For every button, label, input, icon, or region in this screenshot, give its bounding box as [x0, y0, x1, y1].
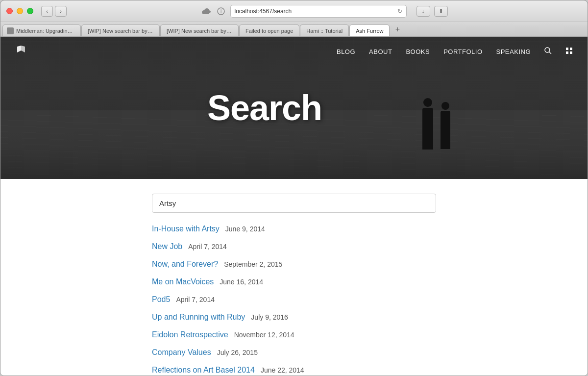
tab-failed[interactable]: Failed to open page: [239, 25, 299, 36]
tab-wip1[interactable]: [WIP] New search bar by ashfurro...: [81, 25, 160, 36]
result-link-0[interactable]: In-House with Artsy: [152, 225, 220, 233]
search-section: In-House with Artsy June 9, 2014 New Job…: [0, 179, 588, 376]
tab-label: [WIP] New search bar by ashfurro...: [167, 28, 232, 34]
forward-button[interactable]: ›: [55, 6, 67, 17]
result-date-6: November 12, 2014: [234, 331, 294, 339]
result-date-5: July 9, 2016: [251, 313, 288, 321]
info-icon: i: [216, 6, 226, 17]
result-date-0: June 9, 2014: [225, 225, 265, 233]
nav-books[interactable]: BOOKS: [406, 48, 430, 55]
result-item: In-House with Artsy June 9, 2014: [152, 225, 436, 233]
result-link-8[interactable]: Reflections on Art Basel 2014: [152, 366, 255, 375]
download-icon[interactable]: ↓: [416, 6, 430, 17]
result-date-2: September 2, 2015: [224, 260, 282, 268]
figure-1: [422, 98, 433, 150]
result-item: Eidolon Retrospective November 12, 2014: [152, 330, 436, 339]
svg-rect-6: [566, 51, 568, 54]
result-item: New Job April 7, 2014: [152, 242, 436, 251]
result-link-1[interactable]: New Job: [152, 242, 182, 251]
search-input-container: [152, 194, 436, 213]
result-date-1: April 7, 2014: [188, 243, 227, 251]
window-actions: ↓ ⬆: [416, 6, 448, 17]
result-link-2[interactable]: Now, and Forever?: [152, 260, 218, 269]
result-date-8: June 22, 2014: [261, 366, 304, 374]
nav-blog[interactable]: BLOG: [337, 48, 355, 55]
address-text: localhost:4567/search: [235, 8, 292, 15]
nav-speaking[interactable]: SPEAKING: [496, 48, 531, 55]
browser-window: ‹ › i localhost:4567/search ↻ ↓ ⬆ Middle…: [0, 0, 588, 376]
refresh-icon[interactable]: ↻: [397, 8, 402, 15]
address-bar-area: i localhost:4567/search ↻ ↓ ⬆: [67, 5, 582, 18]
search-input[interactable]: [152, 194, 436, 213]
tab-middleman[interactable]: Middleman: Upgrading to v4: [2, 25, 81, 36]
title-bar: ‹ › i localhost:4567/search ↻ ↓ ⬆: [0, 0, 588, 22]
tab-label: Hami :: Tutorial: [306, 28, 343, 34]
maximize-button[interactable]: [27, 8, 33, 14]
result-date-3: June 16, 2014: [220, 278, 263, 286]
result-item: Me on MacVoices June 16, 2014: [152, 277, 436, 286]
share-icon[interactable]: ⬆: [434, 6, 448, 17]
svg-rect-7: [570, 51, 572, 54]
site-logo: [15, 45, 27, 59]
svg-rect-4: [566, 48, 568, 50]
close-button[interactable]: [6, 8, 13, 14]
result-date-7: July 26, 2015: [217, 349, 258, 356]
nav-portfolio[interactable]: PORTFOLIO: [443, 48, 482, 55]
result-link-5[interactable]: Up and Running with Ruby: [152, 313, 245, 322]
result-link-3[interactable]: Me on MacVoices: [152, 277, 214, 286]
result-item: Company Values July 26, 2015: [152, 348, 436, 357]
svg-point-2: [545, 48, 550, 52]
svg-rect-5: [570, 48, 572, 50]
minimize-button[interactable]: [17, 8, 23, 14]
tab-favicon: [7, 27, 14, 34]
grid-icon[interactable]: [565, 47, 573, 56]
nav-about[interactable]: ABOUT: [369, 48, 392, 55]
tab-hami[interactable]: Hami :: Tutorial: [300, 25, 349, 36]
search-results: In-House with Artsy June 9, 2014 New Job…: [152, 225, 436, 376]
result-link-7[interactable]: Company Values: [152, 348, 211, 357]
result-link-4[interactable]: Pod5: [152, 295, 170, 304]
hero-figures: [422, 98, 450, 150]
svg-text:i: i: [220, 9, 221, 14]
tab-label: [WIP] New search bar by ashfurro...: [88, 28, 153, 34]
site-nav: BLOG ABOUT BOOKS PORTFOLIO SPEAKING: [0, 37, 588, 66]
result-item: Pod5 April 7, 2014: [152, 295, 436, 304]
cloud-icon: [201, 6, 212, 17]
browser-nav-buttons: ‹ ›: [41, 6, 67, 17]
tab-label: Ash Furrow: [356, 28, 383, 34]
result-item: Now, and Forever? September 2, 2015: [152, 260, 436, 269]
result-link-6[interactable]: Eidolon Retrospective: [152, 330, 228, 339]
tab-ash-furrow[interactable]: Ash Furrow: [349, 25, 390, 36]
result-item: Up and Running with Ruby July 9, 2016: [152, 313, 436, 322]
tab-bar: Middleman: Upgrading to v4 [WIP] New sea…: [0, 22, 588, 37]
search-icon[interactable]: [544, 47, 552, 56]
tab-label: Failed to open page: [245, 28, 293, 34]
website-content: Search BLOG ABOUT BOOKS PORTFOLIO SPEAKI…: [0, 37, 588, 376]
site-nav-links: BLOG ABOUT BOOKS PORTFOLIO SPEAKING: [337, 47, 573, 56]
hero-title: Search: [207, 88, 322, 128]
hero-section: Search BLOG ABOUT BOOKS PORTFOLIO SPEAKI…: [0, 37, 588, 179]
figure-2: [441, 102, 450, 150]
window-buttons: [6, 8, 33, 14]
address-bar[interactable]: localhost:4567/search ↻: [230, 5, 407, 18]
result-date-4: April 7, 2014: [176, 296, 215, 303]
tab-wip2[interactable]: [WIP] New search bar by ashfurro...: [160, 25, 239, 36]
result-item: Reflections on Art Basel 2014 June 22, 2…: [152, 366, 436, 375]
svg-line-3: [549, 52, 551, 54]
new-tab-button[interactable]: +: [392, 24, 403, 35]
back-button[interactable]: ‹: [41, 6, 53, 17]
tab-label: Middleman: Upgrading to v4: [16, 28, 74, 34]
